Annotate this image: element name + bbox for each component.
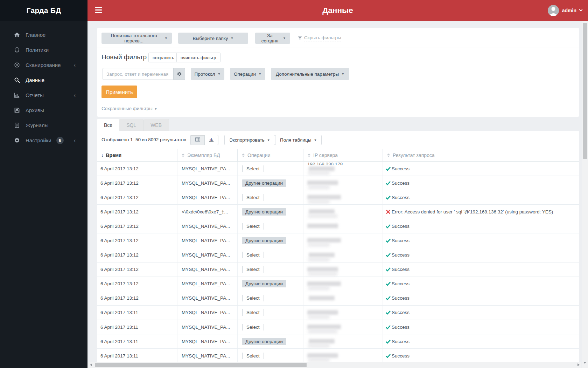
saved-filters-link[interactable]: Сохраненные фильтры▼	[102, 106, 158, 112]
operations-dropdown[interactable]: Операции▼	[230, 68, 265, 80]
sidebar-item-home[interactable]: Главное	[0, 27, 88, 42]
table-view-button[interactable]	[190, 135, 204, 145]
redacted-ip-blur	[307, 238, 341, 243]
sidebar-item-settings[interactable]: Настройки 5‹	[0, 133, 88, 148]
cell-server-ip	[303, 349, 383, 363]
table-row[interactable]: 6 April 2017 13:12 <\0xdc\0xe6\0xe7_‡...…	[97, 205, 579, 219]
table-row[interactable]: 6 April 2017 13:12 MYSQL_NATIVE_PA... Др…	[97, 277, 579, 291]
period-dropdown[interactable]: За сегодня▼	[255, 33, 290, 44]
column-header[interactable]: ↓ Время	[97, 149, 177, 161]
cell-query-result: Success	[383, 291, 579, 305]
horizontal-scrollbar-thumb[interactable]	[95, 363, 307, 367]
scroll-left-arrow-icon[interactable]	[90, 363, 92, 366]
table-row[interactable]: 6 April 2017 13:12 MYSQL_NATIVE_PA... Se…	[97, 248, 579, 263]
menu-toggle-icon[interactable]	[95, 7, 102, 13]
success-check-icon	[386, 325, 391, 329]
cell-query-result: Success	[383, 233, 579, 247]
cell-server-ip	[303, 176, 383, 190]
cell-query-result: Success	[383, 306, 579, 320]
vertical-scrollbar-thumb[interactable]	[583, 23, 587, 159]
table-row[interactable]: 6 April 2017 13:12 MYSQL_NATIVE_PA... Se…	[97, 263, 579, 277]
operation-badge: Select	[242, 309, 264, 316]
folder-dropdown[interactable]: Выберите папку▼	[178, 33, 248, 44]
policy-dropdown[interactable]: Политика тотального перехв...▼	[102, 33, 172, 44]
caret-down-icon: ▼	[341, 72, 344, 76]
sidebar-item-journal[interactable]: Журналы	[0, 118, 88, 133]
tab-web[interactable]: WEB	[144, 119, 169, 131]
scroll-down-arrow-icon[interactable]	[583, 362, 586, 364]
main-content: Политика тотального перехв...▼ Выберите …	[88, 21, 582, 368]
chart-view-button[interactable]	[204, 135, 218, 145]
table-row[interactable]: 6 April 2017 13:12 MYSQL_NATIVE_PA... Se…	[97, 162, 579, 176]
cell-server-ip	[303, 277, 383, 291]
new-filter-title: Новый фильтр	[102, 53, 147, 61]
table-row[interactable]: 6 April 2017 13:12 MYSQL_NATIVE_PA... Др…	[97, 233, 579, 248]
cell-query-result: Success	[383, 162, 579, 176]
success-check-icon	[386, 281, 391, 286]
additional-params-dropdown[interactable]: Дополнительные параметры▼	[271, 68, 349, 80]
column-header[interactable]: IP сервера	[303, 149, 383, 161]
redacted-ip-blur	[308, 171, 330, 175]
page-title: Данные	[322, 0, 353, 21]
cell-server-ip	[303, 291, 383, 305]
redacted-ip-blur	[307, 310, 338, 315]
user-menu[interactable]: admin	[548, 0, 582, 21]
success-check-icon	[386, 296, 391, 300]
filter-top-row: Политика тотального перехв...▼ Выберите …	[97, 28, 579, 48]
error-cross-icon	[386, 210, 391, 214]
caret-down-icon: ▼	[231, 36, 234, 40]
operation-badge: Select	[242, 324, 264, 330]
search-settings-button[interactable]	[174, 68, 185, 80]
table-row[interactable]: 6 April 2017 13:12 MYSQL_NATIVE_PA... Se…	[97, 291, 579, 306]
cell-db-instance: MYSQL_NATIVE_PA...	[177, 306, 237, 320]
vertical-scrollbar[interactable]	[582, 21, 588, 368]
sidebar-item-search[interactable]: Данные	[0, 73, 88, 88]
table-row[interactable]: 6 April 2017 13:12 MYSQL_NATIVE_PA... Se…	[97, 219, 579, 233]
tab-sql[interactable]: SQL	[119, 119, 144, 131]
sidebar-item-shield[interactable]: Политики	[0, 42, 88, 57]
cell-query-result: Error: Access denied for user ' sql '@'1…	[383, 205, 579, 219]
column-header[interactable]: Операции	[237, 149, 303, 161]
caret-down-icon: ▼	[258, 72, 261, 76]
horizontal-scrollbar[interactable]	[89, 362, 581, 368]
tab-все[interactable]: Все	[97, 119, 119, 131]
scroll-right-arrow-icon[interactable]	[578, 363, 580, 366]
cell-db-instance: MYSQL_NATIVE_PA...	[177, 263, 237, 277]
hide-filters-link[interactable]: Скрыть фильтры	[298, 35, 341, 41]
column-header[interactable]: Экземпляр БД	[177, 149, 237, 161]
sidebar-item-reports[interactable]: Отчеты ‹	[0, 88, 88, 103]
sort-icon	[182, 154, 184, 157]
redacted-ip-blur	[309, 339, 335, 343]
result-text: Success	[392, 166, 410, 171]
save-filter-button[interactable]: сохранить	[148, 53, 178, 62]
protocol-dropdown[interactable]: Протокол▼	[191, 68, 224, 80]
cell-query-result: Success	[383, 349, 579, 363]
success-check-icon	[386, 267, 391, 272]
sidebar-item-archive[interactable]: Архивы	[0, 103, 88, 118]
cell-server-ip	[303, 190, 383, 204]
export-dropdown[interactable]: Экспортировать▼	[224, 135, 275, 145]
table-row[interactable]: 6 April 2017 13:11 MYSQL_NATIVE_PA... Se…	[97, 349, 579, 363]
cell-operations: Другие операции	[237, 205, 303, 219]
operation-badge: Другие операции	[242, 179, 286, 187]
success-check-icon	[386, 354, 391, 358]
result-tabs: Все SQL WEB	[97, 119, 169, 131]
cell-operations: Select	[237, 320, 303, 334]
operation-badge: Select	[242, 266, 264, 273]
table-row[interactable]: 6 April 2017 13:11 MYSQL_NATIVE_PA... Др…	[97, 334, 579, 349]
apply-button[interactable]: Применить	[102, 86, 137, 98]
table-row[interactable]: 6 April 2017 13:12 MYSQL_NATIVE_PA... Se…	[97, 190, 579, 205]
column-header[interactable]: Результат запроса	[383, 149, 579, 161]
clear-filter-button[interactable]: очистить фильтр	[176, 53, 220, 62]
settings-icon	[14, 137, 20, 143]
table-row[interactable]: 6 April 2017 13:11 MYSQL_NATIVE_PA... Se…	[97, 320, 579, 334]
sidebar-item-scan[interactable]: Сканирование ‹	[0, 57, 88, 73]
cell-db-instance: MYSQL_NATIVE_PA...	[177, 291, 237, 305]
success-check-icon	[386, 339, 391, 344]
operation-badge: Select	[242, 252, 264, 258]
caret-down-icon: ▼	[267, 138, 270, 142]
table-row[interactable]: 6 April 2017 13:12 MYSQL_NATIVE_PA... Др…	[97, 176, 579, 190]
query-search-input[interactable]	[103, 68, 174, 80]
table-row[interactable]: 6 April 2017 13:11 MYSQL_NATIVE_PA... Se…	[97, 306, 579, 320]
table-fields-dropdown[interactable]: Поля таблицы▼	[275, 135, 322, 145]
